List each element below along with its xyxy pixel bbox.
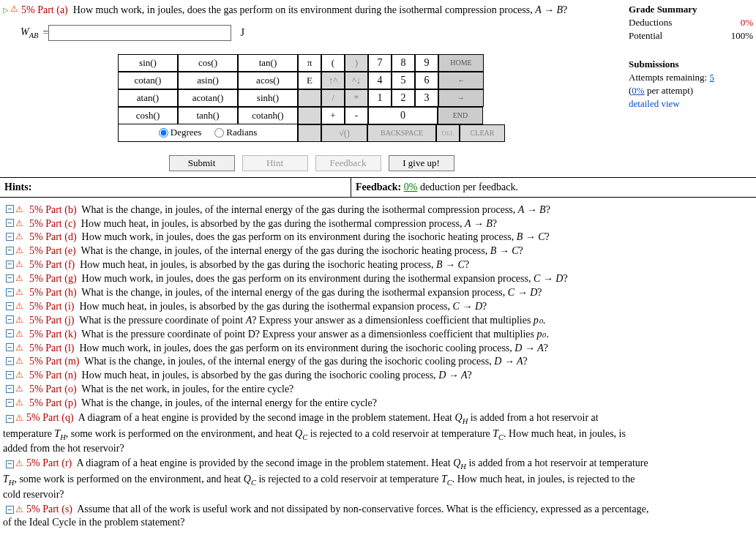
key-acos[interactable]: acos(): [238, 72, 298, 89]
part-b-line[interactable]: −⚠5% Part (b) What is the change, in jou…: [0, 203, 756, 217]
submissions-title: Submissions: [629, 58, 753, 71]
key-left[interactable]: ←: [438, 72, 484, 89]
collapse-icon[interactable]: −: [6, 247, 14, 255]
part-r-line[interactable]: −⚠5% Part (r) A diagram of a heat engine…: [0, 456, 756, 472]
key-sqrt[interactable]: √(): [321, 124, 367, 142]
key-acotan[interactable]: acotan(): [178, 89, 238, 107]
key-cosh[interactable]: cosh(): [118, 107, 178, 124]
part-f-line[interactable]: −⚠5% Part (f) How much heat, in joules, …: [0, 258, 756, 272]
collapse-icon[interactable]: −: [6, 343, 14, 351]
key-tan[interactable]: tan(): [238, 54, 298, 72]
key-down[interactable]: ^↓: [345, 72, 368, 89]
key-8[interactable]: 8: [392, 54, 415, 72]
key-up[interactable]: ↑^: [321, 72, 345, 89]
key-sin[interactable]: sin(): [118, 54, 178, 72]
key-end[interactable]: END: [438, 107, 483, 124]
keypad: sin() cos() tan() π ( ) 7 8 9 HOME cotan…: [118, 54, 505, 142]
warn-icon: ⚠: [15, 328, 23, 340]
warn-icon: ⚠: [15, 286, 23, 298]
key-6[interactable]: 6: [415, 72, 438, 89]
parts-list: −⚠5% Part (b) What is the change, in jou…: [0, 198, 756, 534]
key-tanh[interactable]: tanh(): [178, 107, 238, 124]
part-p-line[interactable]: −⚠5% Part (p) What is the change, in jou…: [0, 397, 756, 411]
key-right[interactable]: →: [438, 89, 484, 107]
part-k-line[interactable]: −⚠5% Part (k) What is the pressure coord…: [0, 328, 756, 342]
attempts-link[interactable]: 5: [709, 72, 714, 83]
submit-button[interactable]: Submit: [169, 155, 235, 171]
key-cotanh[interactable]: cotanh(): [238, 107, 298, 124]
key-clear[interactable]: CLEAR: [460, 124, 505, 142]
giveup-button[interactable]: I give up!: [389, 155, 454, 171]
part-g-line[interactable]: −⚠5% Part (g) How much work, in joules, …: [0, 272, 756, 286]
key-home[interactable]: HOME: [438, 54, 484, 72]
warn-icon: ⚠: [15, 258, 23, 270]
key-e[interactable]: E: [298, 72, 321, 89]
collapse-icon[interactable]: −: [6, 233, 14, 241]
collapse-icon[interactable]: −: [6, 302, 14, 310]
collapse-icon[interactable]: −: [6, 261, 14, 269]
key-2[interactable]: 2: [392, 89, 415, 107]
key-cotan[interactable]: cotan(): [118, 72, 178, 89]
warn-icon: ⚠: [15, 369, 23, 381]
warn-icon: ⚠: [15, 342, 23, 353]
warn-icon: ⚠: [15, 231, 23, 242]
key-5[interactable]: 5: [392, 72, 415, 89]
collapse-icon[interactable]: −: [6, 315, 14, 323]
collapse-icon[interactable]: −: [6, 288, 14, 296]
detailed-view-link[interactable]: detailed view: [629, 97, 753, 111]
collapse-icon[interactable]: −: [6, 371, 14, 379]
key-mul[interactable]: *: [345, 89, 368, 107]
collapse-icon[interactable]: −: [6, 357, 14, 365]
part-h-line[interactable]: −⚠5% Part (h) What is the change, in jou…: [0, 286, 756, 300]
expand-icon[interactable]: ▷: [3, 5, 9, 15]
radio-degrees[interactable]: Degrees: [159, 126, 202, 139]
feedback-button[interactable]: Feedback: [315, 155, 381, 171]
key-lparen[interactable]: (: [321, 54, 345, 72]
warn-icon: ⚠: [15, 300, 23, 312]
part-j-line[interactable]: −⚠5% Part (j) What is the pressure coord…: [0, 314, 756, 328]
collapse-icon[interactable]: −: [6, 329, 14, 337]
warn-icon: ⚠: [15, 413, 23, 423]
part-m-line[interactable]: −⚠5% Part (m) What is the change, in jou…: [0, 355, 756, 369]
key-3[interactable]: 3: [415, 89, 438, 107]
key-pi[interactable]: π: [298, 54, 321, 72]
part-n-line[interactable]: −⚠5% Part (n) How much heat, in joules, …: [0, 369, 756, 383]
collapse-icon[interactable]: −: [6, 219, 14, 227]
collapse-icon[interactable]: −: [6, 274, 14, 283]
collapse-icon[interactable]: −: [6, 460, 14, 468]
collapse-icon[interactable]: −: [6, 385, 14, 393]
part-i-line[interactable]: −⚠5% Part (i) How much heat, in joules, …: [0, 300, 756, 314]
key-rparen[interactable]: ): [345, 54, 368, 72]
key-9[interactable]: 9: [415, 54, 438, 72]
key-del[interactable]: DEL: [436, 124, 460, 142]
key-0[interactable]: 0: [368, 107, 438, 124]
answer-var: WAB: [20, 25, 39, 41]
collapse-icon[interactable]: −: [6, 399, 14, 407]
key-7[interactable]: 7: [368, 54, 392, 72]
part-q-line[interactable]: −⚠5% Part (q) A diagram of a heat engine…: [0, 411, 756, 427]
answer-input[interactable]: [48, 25, 231, 41]
radio-radians[interactable]: Radians: [214, 126, 257, 139]
key-plus[interactable]: +: [321, 107, 345, 124]
key-atan[interactable]: atan(): [118, 89, 178, 107]
key-4[interactable]: 4: [368, 72, 392, 89]
key-cos[interactable]: cos(): [178, 54, 238, 72]
collapse-icon[interactable]: −: [6, 205, 14, 213]
key-1[interactable]: 1: [368, 89, 392, 107]
key-minus[interactable]: -: [345, 107, 368, 124]
key-div[interactable]: /: [321, 89, 345, 107]
answer-unit: J: [240, 26, 244, 40]
key-blank3: [298, 124, 321, 142]
key-backspace[interactable]: BACKSPACE: [367, 124, 436, 142]
collapse-icon[interactable]: −: [6, 415, 14, 423]
part-s-line[interactable]: −⚠5% Part (s) Assume that all of the wor…: [0, 502, 756, 517]
part-o-line[interactable]: −⚠5% Part (o) What is the net work, in j…: [0, 383, 756, 397]
hint-button[interactable]: Hint: [242, 155, 308, 171]
part-d-line[interactable]: −⚠5% Part (d) How much work, in joules, …: [0, 231, 756, 244]
key-sinh[interactable]: sinh(): [238, 89, 298, 107]
collapse-icon[interactable]: −: [6, 506, 14, 514]
part-l-line[interactable]: −⚠5% Part (l) How much work, in joules, …: [0, 342, 756, 356]
part-e-line[interactable]: −⚠5% Part (e) What is the change, in jou…: [0, 244, 756, 258]
key-asin[interactable]: asin(): [178, 72, 238, 89]
part-c-line[interactable]: −⚠5% Part (c) How much heat, in joules, …: [0, 217, 756, 231]
